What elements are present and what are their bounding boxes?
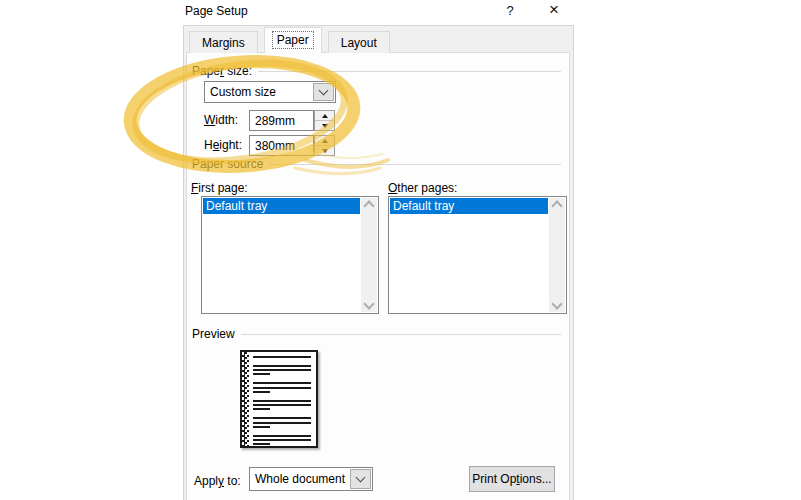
apply-to-select-value: Whole document xyxy=(250,468,349,490)
paper-size-select[interactable]: Custom size xyxy=(204,81,336,103)
first-page-list-items: Default tray xyxy=(203,198,360,312)
height-value: 380mm xyxy=(255,139,295,153)
preview-text-line xyxy=(253,404,311,406)
tab-label: Layout xyxy=(336,34,382,52)
preview-text-line xyxy=(253,417,311,419)
list-item[interactable]: Default tray xyxy=(203,198,360,214)
paper-source-group-header: Paper source xyxy=(192,157,561,171)
apply-to-label: Apply to: xyxy=(194,474,241,488)
spin-up-icon xyxy=(322,139,328,143)
other-pages-label: Other pages: xyxy=(388,181,457,195)
width-spinner xyxy=(314,110,335,131)
height-input[interactable]: 380mm xyxy=(249,135,314,156)
width-spin-up-button[interactable] xyxy=(315,111,334,120)
paper-source-group-label: Paper source xyxy=(192,157,263,171)
scroll-up-icon[interactable] xyxy=(551,200,562,211)
spin-up-icon xyxy=(322,114,328,118)
height-spin-down-button[interactable] xyxy=(315,145,334,155)
tab-layout[interactable]: Layout xyxy=(328,31,390,53)
scroll-down-icon[interactable] xyxy=(363,298,374,309)
apply-to-select[interactable]: Whole document xyxy=(249,467,373,491)
preview-text-line xyxy=(253,369,311,371)
list-item[interactable]: Default tray xyxy=(390,198,548,214)
paper-size-group-header: Paper size: xyxy=(192,64,561,78)
width-spin-down-button[interactable] xyxy=(315,120,334,130)
preview-text-line xyxy=(253,443,270,445)
spin-down-icon xyxy=(322,124,328,128)
tab-margins[interactable]: Margins xyxy=(189,31,258,53)
preview-text-line xyxy=(253,387,311,389)
chevron-down-icon xyxy=(356,473,366,483)
tab-paper[interactable]: Paper xyxy=(264,27,322,53)
preview-group-label: Preview xyxy=(192,327,235,341)
width-input[interactable]: 289mm xyxy=(249,110,314,131)
scroll-down-icon[interactable] xyxy=(551,298,562,309)
height-spinner xyxy=(314,135,335,156)
page-setup-dialog: Page Setup ? × MarginsPaperLayout Paper … xyxy=(0,0,801,500)
close-button[interactable]: × xyxy=(545,1,563,19)
group-divider-line xyxy=(241,334,561,335)
first-page-label: First page: xyxy=(191,181,248,195)
preview-text-line xyxy=(253,439,311,441)
binding-spiral-graphic xyxy=(242,352,249,446)
scroll-up-icon[interactable] xyxy=(363,200,374,211)
preview-text-line xyxy=(253,422,311,424)
width-label: Width: xyxy=(204,113,238,127)
scrollbar[interactable] xyxy=(361,198,377,312)
dialog-title: Page Setup xyxy=(185,4,248,18)
paper-tab-page: Paper size: Custom size Width: 289mm Hei… xyxy=(186,52,570,500)
paper-size-select-value: Custom size xyxy=(205,82,312,102)
preview-text-line xyxy=(253,408,270,410)
preview-text-lines xyxy=(253,356,311,448)
tab-strip: MarginsPaperLayout xyxy=(189,30,390,53)
tab-label: Margins xyxy=(197,34,250,52)
close-icon: × xyxy=(549,0,559,20)
scrollbar[interactable] xyxy=(549,198,565,312)
preview-text-line xyxy=(253,365,311,367)
preview-text-line xyxy=(253,435,311,437)
help-button[interactable]: ? xyxy=(501,1,519,19)
preview-text-line xyxy=(253,426,270,428)
group-divider-line xyxy=(269,164,561,165)
first-page-listbox[interactable]: Default tray xyxy=(201,196,379,314)
preview-text-line xyxy=(253,382,311,384)
spin-down-icon xyxy=(322,149,328,153)
preview-group-header: Preview xyxy=(192,327,561,341)
other-pages-list-items: Default tray xyxy=(390,198,548,312)
height-label: Height: xyxy=(204,138,242,152)
paper-size-select-dropdown-button[interactable] xyxy=(313,83,334,101)
preview-text-line xyxy=(253,356,311,358)
width-value: 289mm xyxy=(255,114,295,128)
preview-text-line xyxy=(253,373,270,375)
preview-page-graphic xyxy=(240,350,318,448)
help-icon: ? xyxy=(506,3,513,18)
other-pages-listbox[interactable]: Default tray xyxy=(388,196,567,314)
preview-text-line xyxy=(253,400,311,402)
print-options-button-label: Print Options... xyxy=(472,472,551,486)
apply-to-select-dropdown-button[interactable] xyxy=(350,469,371,489)
print-options-button[interactable]: Print Options... xyxy=(469,466,555,492)
tab-label: Paper xyxy=(272,31,314,49)
height-spin-up-button[interactable] xyxy=(315,136,334,145)
paper-size-group-label: Paper size: xyxy=(192,64,252,78)
chevron-down-icon xyxy=(319,86,329,96)
group-divider-line xyxy=(258,71,561,72)
preview-text-line xyxy=(253,391,270,393)
